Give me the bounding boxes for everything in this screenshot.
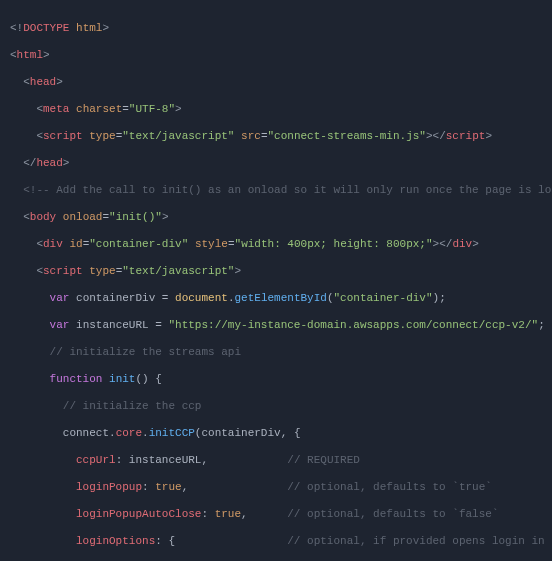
code-editor: <!DOCTYPE html> <html> <head> <meta char… xyxy=(0,0,552,561)
code-line: <!-- Add the call to init() as an onload… xyxy=(10,184,542,198)
html-comment: <!-- Add the call to init() as an onload… xyxy=(23,184,552,196)
charset-value: UTF-8 xyxy=(135,103,168,115)
code-line: </head> xyxy=(10,157,542,171)
code-line: <html> xyxy=(10,49,542,63)
code-line: ccpUrl: instanceURL, // REQUIRED xyxy=(10,454,542,468)
code-line: connect.core.initCCP(containerDiv, { xyxy=(10,427,542,441)
script-src: connect-streams-min.js xyxy=(274,130,419,142)
code-line: <script type="text/javascript"> xyxy=(10,265,542,279)
code-line: <div id="container-div" style="width: 40… xyxy=(10,238,542,252)
code-line: // initialize the streams api xyxy=(10,346,542,360)
code-line: <!DOCTYPE html> xyxy=(10,22,542,36)
code-line: <meta charset="UTF-8"> xyxy=(10,103,542,117)
code-line: loginPopup: true, // optional, defaults … xyxy=(10,481,542,495)
code-line: var instanceURL = "https://my-instance-d… xyxy=(10,319,542,333)
code-line: loginPopupAutoClose: true, // optional, … xyxy=(10,508,542,522)
code-line: var containerDiv = document.getElementBy… xyxy=(10,292,542,306)
code-line: <head> xyxy=(10,76,542,90)
code-line: // initialize the ccp xyxy=(10,400,542,414)
code-line: <script type="text/javascript" src="conn… xyxy=(10,130,542,144)
code-line: <body onload="init()"> xyxy=(10,211,542,225)
code-line: function init() { xyxy=(10,373,542,387)
code-line: loginOptions: { // optional, if provided… xyxy=(10,535,542,549)
